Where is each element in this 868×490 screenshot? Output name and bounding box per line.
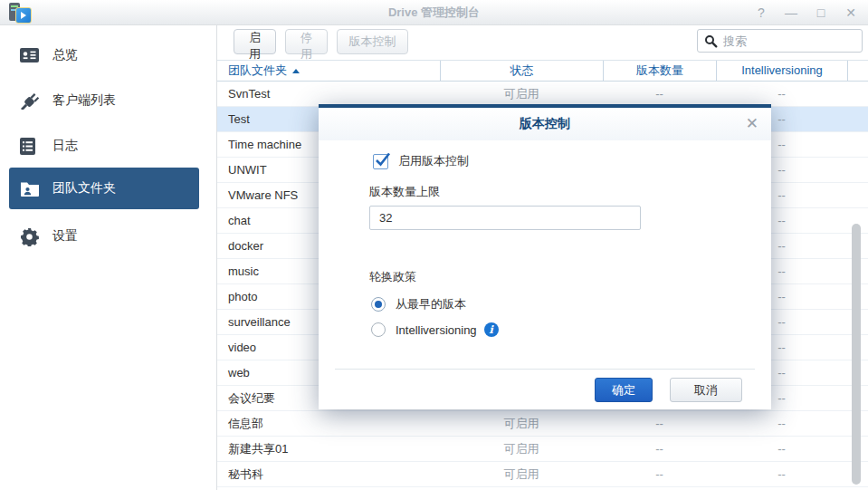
sidebar: 总览 客户端列表 日志 团队文件夹 设置 xyxy=(0,25,217,490)
cell-status: 可启用 xyxy=(440,462,603,486)
table-header: 团队文件夹 状态 版本数量 Intelliversioning xyxy=(217,60,868,82)
sidebar-item-team-folder[interactable]: 团队文件夹 xyxy=(9,168,199,209)
column-header-status[interactable]: 状态 xyxy=(440,61,603,81)
overview-card-icon xyxy=(20,45,42,65)
disable-button[interactable]: 停用 xyxy=(285,29,328,54)
titlebar: Drive 管理控制台 ? — □ ✕ xyxy=(0,0,868,25)
cell-name: 信息部 xyxy=(217,411,440,436)
sidebar-item-logs[interactable]: 日志 xyxy=(9,128,199,164)
cell-intelliversioning: -- xyxy=(716,462,847,486)
cell-status: 可启用 xyxy=(440,411,603,436)
cell-versions: -- xyxy=(603,82,716,106)
log-icon xyxy=(20,136,42,156)
ok-button[interactable]: 确定 xyxy=(595,378,653,402)
column-header-team-folder[interactable]: 团队文件夹 xyxy=(217,61,440,81)
enable-button[interactable]: 启用 xyxy=(234,29,276,54)
sidebar-item-label: 总览 xyxy=(52,47,78,63)
cell-spacer xyxy=(847,158,868,182)
dialog-title: 版本控制 xyxy=(319,108,771,139)
close-window-icon[interactable]: ✕ xyxy=(844,5,857,20)
dialog-divider xyxy=(335,369,755,370)
cell-name: SvnTest xyxy=(217,82,440,106)
cell-status: 可启用 xyxy=(440,437,603,461)
help-icon[interactable]: ? xyxy=(755,5,768,20)
sidebar-item-label: 设置 xyxy=(52,228,78,245)
search-icon xyxy=(704,34,718,48)
sidebar-item-label: 客户端列表 xyxy=(52,92,116,109)
sidebar-item-settings[interactable]: 设置 xyxy=(9,218,199,255)
sidebar-item-label: 日志 xyxy=(52,138,78,154)
radio-label: 从最早的版本 xyxy=(396,296,466,312)
radio-label: Intelliversioning xyxy=(396,323,477,337)
info-icon[interactable]: i xyxy=(484,322,499,337)
radio-intelliversioning[interactable]: Intelliversioning i xyxy=(371,322,499,337)
drive-admin-console-window: Drive 管理控制台 ? — □ ✕ 总览 客户端列表 日志 xyxy=(0,0,868,490)
sidebar-item-client-list[interactable]: 客户端列表 xyxy=(9,82,199,119)
maximize-icon[interactable]: □ xyxy=(815,5,827,20)
rotation-policy-label: 轮换政策 xyxy=(369,269,416,285)
sidebar-item-overview[interactable]: 总览 xyxy=(9,37,199,73)
checkbox-checked-icon xyxy=(373,154,388,169)
search-input[interactable] xyxy=(723,34,862,48)
sidebar-item-label: 团队文件夹 xyxy=(52,180,116,197)
table-row[interactable]: 信息部可启用---- xyxy=(217,411,868,437)
plug-icon xyxy=(20,91,42,110)
max-versions-input[interactable] xyxy=(369,206,641,230)
max-versions-label: 版本数量上限 xyxy=(369,184,440,200)
search-box[interactable] xyxy=(697,29,863,53)
cell-intelliversioning: -- xyxy=(716,82,847,106)
cell-spacer xyxy=(847,107,868,131)
close-dialog-icon[interactable]: ✕ xyxy=(746,114,758,133)
gear-icon xyxy=(20,226,42,246)
radio-unselected-icon xyxy=(371,322,386,337)
minimize-icon[interactable]: — xyxy=(785,5,797,20)
cell-status: 可启用 xyxy=(440,82,603,106)
team-folder-icon xyxy=(20,178,42,198)
cell-name: 秘书科 xyxy=(217,462,440,486)
cell-spacer xyxy=(847,132,868,157)
cell-spacer xyxy=(847,82,868,106)
cancel-button[interactable]: 取消 xyxy=(670,378,742,402)
column-header-spacer xyxy=(847,61,868,81)
radio-earliest-version[interactable]: 从最早的版本 xyxy=(371,296,466,312)
cell-versions: -- xyxy=(603,437,716,461)
sort-ascending-icon xyxy=(292,69,300,73)
vertical-scrollbar-thumb[interactable] xyxy=(852,224,861,485)
table-row[interactable]: 新建共享01可启用---- xyxy=(217,437,868,462)
column-header-intelliversioning[interactable]: Intelliversioning xyxy=(716,61,847,81)
version-control-dialog: 版本控制 ✕ 启用版本控制 版本数量上限 轮换政策 从最早的版本 Intelli… xyxy=(319,104,771,409)
cell-intelliversioning: -- xyxy=(716,437,847,461)
checkbox-label: 启用版本控制 xyxy=(398,153,469,169)
version-control-button[interactable]: 版本控制 xyxy=(337,29,408,54)
table-row[interactable]: SvnTest可启用---- xyxy=(217,82,868,107)
column-header-version-count[interactable]: 版本数量 xyxy=(603,61,716,81)
window-title: Drive 管理控制台 xyxy=(0,0,868,25)
table-row[interactable]: 秘书科可启用---- xyxy=(217,462,868,487)
cell-versions: -- xyxy=(603,462,716,486)
toolbar: 启用 停用 版本控制 xyxy=(217,25,868,60)
dialog-header: 版本控制 ✕ xyxy=(319,108,771,140)
enable-version-control-checkbox[interactable]: 启用版本控制 xyxy=(373,153,469,169)
cell-intelliversioning: -- xyxy=(716,411,847,436)
cell-versions: -- xyxy=(603,411,716,436)
cell-name: 新建共享01 xyxy=(217,437,440,461)
cell-spacer xyxy=(847,183,868,207)
radio-selected-icon xyxy=(371,297,386,312)
